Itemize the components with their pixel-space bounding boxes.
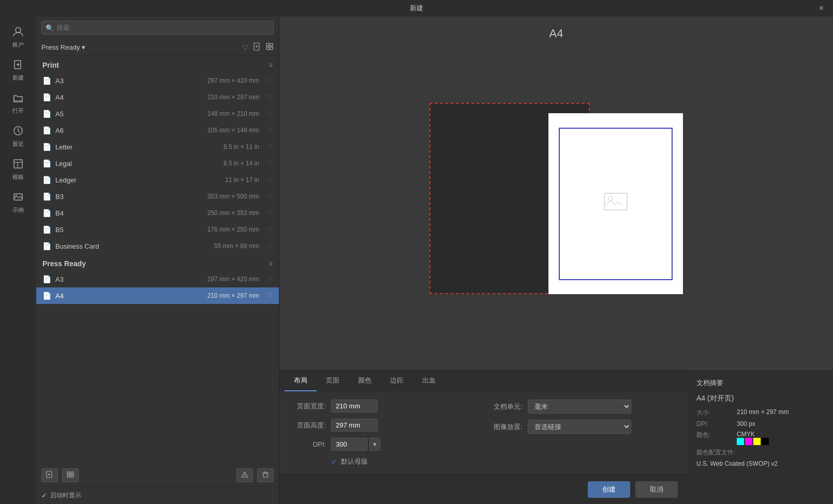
doc-summary: 文档摘要 A4 (对开页) 大小: 210 mm × 297 mm DPI: 3… bbox=[688, 370, 833, 504]
doc-dpi-label: DPI: bbox=[696, 420, 733, 427]
magenta-swatch bbox=[745, 438, 752, 445]
doc-icon: 📄 bbox=[42, 110, 51, 118]
item-name: A3 bbox=[55, 276, 203, 283]
dpi-dropdown[interactable]: ▾ bbox=[369, 438, 380, 451]
print-section-title: Print bbox=[42, 61, 59, 69]
lower-settings-area: 布局 页面 颜色 边距 出血 bbox=[279, 370, 688, 504]
create-button[interactable]: 创建 bbox=[588, 481, 630, 498]
group-button[interactable] bbox=[62, 468, 79, 482]
item-size: 297 mm × 420 mm bbox=[207, 276, 259, 283]
favorite-icon[interactable]: ♡ bbox=[266, 176, 273, 184]
new-doc-icon[interactable] bbox=[253, 42, 261, 52]
cancel-button[interactable]: 取消 bbox=[635, 481, 678, 498]
height-row: 页面高度: bbox=[290, 419, 466, 432]
recent-icon bbox=[12, 125, 24, 138]
tab-color[interactable]: 颜色 bbox=[349, 371, 381, 391]
favorite-icon[interactable]: ♡ bbox=[266, 77, 273, 85]
doc-icon: 📄 bbox=[42, 159, 51, 167]
search-wrapper: 🔍 bbox=[41, 21, 274, 35]
width-label: 页面宽度: bbox=[290, 402, 326, 411]
grid-view-icon[interactable] bbox=[265, 42, 274, 52]
search-icon: 🔍 bbox=[46, 24, 54, 32]
sidebar-item-recent[interactable]: 最近 bbox=[3, 121, 34, 152]
list-item[interactable]: 📄 A5 148 mm × 210 mm ♡ bbox=[36, 105, 279, 122]
search-input[interactable] bbox=[41, 21, 274, 35]
list-item[interactable]: 📄 B4 250 mm × 353 mm ♡ bbox=[36, 205, 279, 221]
checkbox-icon: ✓ bbox=[331, 458, 337, 466]
doc-profile-val-row: U.S. Web Coated (SWOP) v2 bbox=[696, 460, 825, 467]
sidebar-item-account[interactable]: 账户 bbox=[3, 22, 34, 53]
template-icon bbox=[12, 158, 24, 171]
height-input[interactable] bbox=[331, 419, 378, 432]
tab-bleed[interactable]: 出血 bbox=[413, 371, 445, 391]
list-item[interactable]: 📄 A6 105 mm × 148 mm ♡ bbox=[36, 122, 279, 139]
width-row: 页面宽度: bbox=[290, 400, 466, 413]
close-button[interactable]: × bbox=[816, 3, 827, 14]
tab-margin[interactable]: 边距 bbox=[381, 371, 413, 391]
doc-dpi-row: DPI: 300 px bbox=[696, 420, 825, 427]
tabs-bar: 布局 页面 颜色 边距 出血 bbox=[279, 370, 688, 391]
favorite-icon[interactable]: ♡ bbox=[266, 110, 273, 118]
svg-point-9 bbox=[16, 195, 17, 197]
add-item-button[interactable] bbox=[41, 468, 58, 482]
favorite-icon[interactable]: ♡ bbox=[266, 209, 273, 217]
image-placement-row: 图像放置: 首选链接 bbox=[486, 420, 652, 434]
item-name: A4 bbox=[55, 94, 203, 101]
list-item-selected[interactable]: 📄 A4 210 mm × 297 mm ♡ bbox=[36, 287, 279, 304]
section-menu-icon-2[interactable]: ≡ bbox=[269, 260, 273, 267]
delete-button[interactable] bbox=[257, 468, 274, 482]
account-icon bbox=[12, 26, 24, 39]
favorite-icon[interactable]: ♡ bbox=[266, 127, 273, 134]
width-input[interactable] bbox=[331, 400, 378, 413]
filter-dropdown[interactable]: Press Ready ▾ bbox=[41, 43, 85, 51]
section-menu-icon[interactable]: ≡ bbox=[269, 62, 273, 69]
new-icon bbox=[12, 59, 24, 72]
black-swatch bbox=[762, 438, 769, 445]
list-item[interactable]: 📄 Business Card 55 mm × 88 mm ♡ bbox=[36, 238, 279, 254]
sidebar-item-template[interactable]: 模板 bbox=[3, 154, 34, 185]
favorite-icon[interactable]: ♡ bbox=[266, 226, 273, 234]
sidebar-item-open[interactable]: 打开 bbox=[3, 88, 34, 119]
favorite-icon[interactable]: ♡ bbox=[266, 160, 273, 167]
favorite-icon[interactable]: ♡ bbox=[266, 292, 273, 300]
list-item[interactable]: 📄 A4 210 mm × 297 mm ♡ bbox=[36, 89, 279, 105]
sidebar-item-example[interactable]: 示例 bbox=[3, 187, 34, 218]
dropdown-arrow-icon: ▾ bbox=[82, 43, 85, 51]
list-item[interactable]: 📄 A3 297 mm × 420 mm ♡ bbox=[36, 271, 279, 287]
list-item[interactable]: 📄 Ledger 11 in × 17 in ♡ bbox=[36, 172, 279, 188]
warning-button[interactable] bbox=[236, 468, 253, 482]
list-item[interactable]: 📄 A3 297 mm × 420 mm ♡ bbox=[36, 72, 279, 89]
list-item[interactable]: 📄 Legal 8.5 in × 14 in ♡ bbox=[36, 155, 279, 172]
doc-profile-row: 颜色配置文件: bbox=[696, 448, 825, 457]
item-name: B5 bbox=[55, 226, 203, 234]
tab-page[interactable]: 页面 bbox=[317, 371, 349, 391]
dpi-input[interactable] bbox=[331, 438, 367, 451]
favorite-icon[interactable]: ♡ bbox=[266, 94, 273, 101]
image-placement-select[interactable]: 首选链接 bbox=[528, 420, 631, 434]
doc-unit-select[interactable]: 毫米 bbox=[528, 400, 631, 414]
favorite-icon[interactable]: ♡ bbox=[266, 193, 273, 201]
favorite-icon[interactable]: ♡ bbox=[266, 276, 273, 283]
press-ready-section-title: Press Ready bbox=[42, 259, 86, 268]
list-item[interactable]: 📄 Letter 8.5 in × 11 in ♡ bbox=[36, 139, 279, 155]
tab-layout[interactable]: 布局 bbox=[285, 371, 317, 391]
svg-rect-22 bbox=[67, 475, 70, 477]
heart-filter-icon[interactable]: ♡ bbox=[242, 42, 249, 52]
favorite-icon[interactable]: ♡ bbox=[266, 242, 273, 250]
toolbar-right bbox=[236, 468, 274, 482]
sidebar-item-new[interactable]: 新建 bbox=[3, 55, 34, 86]
list-item[interactable]: 📄 B3 353 mm × 500 mm ♡ bbox=[36, 188, 279, 205]
item-name: A3 bbox=[55, 77, 203, 85]
item-size: 176 mm × 250 mm bbox=[207, 226, 259, 233]
svg-rect-5 bbox=[14, 160, 22, 168]
item-size: 210 mm × 297 mm bbox=[207, 292, 259, 299]
preview-title: A4 bbox=[549, 27, 563, 40]
filter-bar: Press Ready ▾ ♡ bbox=[36, 39, 279, 56]
item-name: B3 bbox=[55, 193, 203, 201]
favorite-icon[interactable]: ♡ bbox=[266, 143, 273, 151]
svg-point-25 bbox=[244, 476, 245, 477]
svg-point-0 bbox=[16, 27, 21, 33]
item-name: A5 bbox=[55, 110, 203, 118]
color-swatches bbox=[737, 438, 769, 445]
list-item[interactable]: 📄 B5 176 mm × 250 mm ♡ bbox=[36, 221, 279, 238]
